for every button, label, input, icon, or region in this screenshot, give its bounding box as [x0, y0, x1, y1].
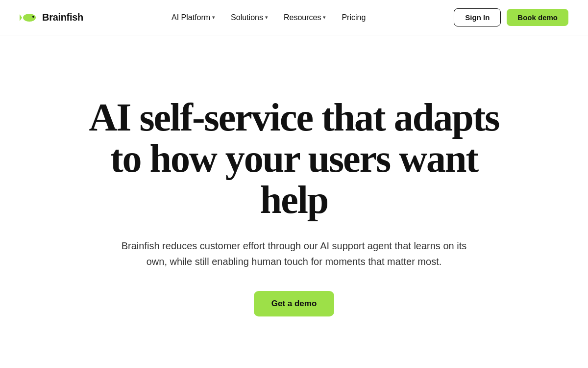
nav-actions: Sign In Book demo [454, 8, 568, 26]
nav-label-solutions: Solutions [231, 13, 263, 22]
logo-text: Brainfish [42, 12, 83, 23]
nav-link-resources[interactable]: Resources ▾ [277, 9, 333, 26]
nav-links: AI Platform ▾ Solutions ▾ Resources ▾ Pr… [165, 9, 372, 26]
hero-section: AI self-service that adapts to how your … [0, 35, 588, 368]
nav-label-ai-platform: AI Platform [172, 13, 210, 22]
sign-in-button[interactable]: Sign In [454, 8, 501, 26]
svg-point-0 [23, 14, 36, 22]
nav-link-pricing[interactable]: Pricing [335, 9, 372, 26]
hero-subtext: Brainfish reduces customer effort throug… [115, 238, 473, 269]
brainfish-logo-icon [20, 12, 37, 24]
nav-item-pricing[interactable]: Pricing [335, 9, 372, 26]
hero-heading: AI self-service that adapts to how your … [74, 97, 514, 220]
nav-label-pricing: Pricing [342, 13, 366, 22]
book-demo-button[interactable]: Book demo [507, 9, 568, 26]
chevron-down-icon: ▾ [212, 14, 215, 21]
chevron-down-icon: ▾ [323, 14, 326, 21]
logo-link[interactable]: Brainfish [20, 12, 83, 24]
chevron-down-icon: ▾ [265, 14, 268, 21]
nav-link-solutions[interactable]: Solutions ▾ [224, 9, 275, 26]
svg-marker-1 [20, 14, 22, 21]
get-demo-button[interactable]: Get a demo [254, 291, 335, 316]
svg-point-2 [32, 16, 34, 18]
main-nav: Brainfish AI Platform ▾ Solutions ▾ Reso… [0, 0, 588, 35]
nav-item-resources[interactable]: Resources ▾ [277, 9, 333, 26]
nav-item-solutions[interactable]: Solutions ▾ [224, 9, 275, 26]
nav-item-ai-platform[interactable]: AI Platform ▾ [165, 9, 222, 26]
nav-link-ai-platform[interactable]: AI Platform ▾ [165, 9, 222, 26]
nav-label-resources: Resources [284, 13, 321, 22]
